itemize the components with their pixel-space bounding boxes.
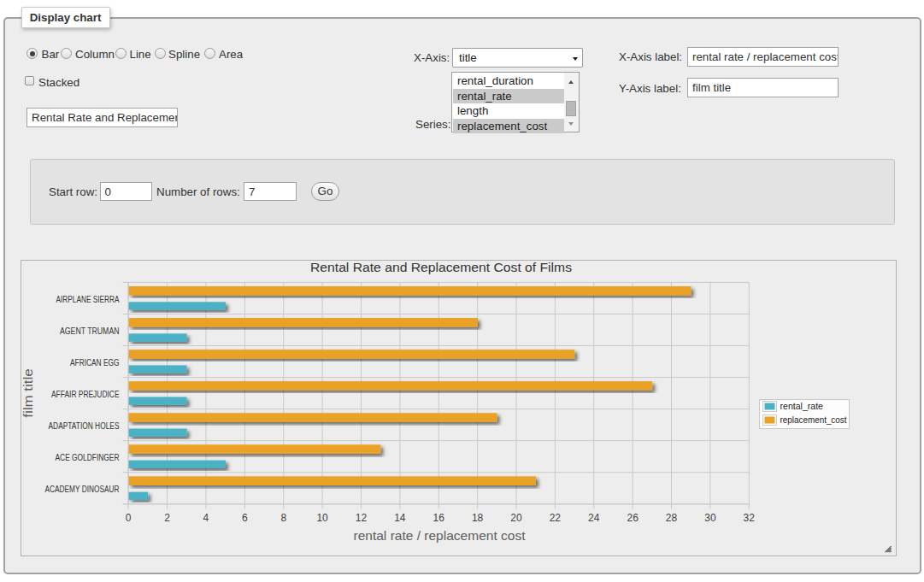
svg-text:12: 12 bbox=[356, 512, 368, 524]
svg-text:AIRPLANE SIERRA: AIRPLANE SIERRA bbox=[56, 295, 120, 304]
svg-text:0: 0 bbox=[126, 512, 132, 524]
svg-text:ACADEMY DINOSAUR: ACADEMY DINOSAUR bbox=[45, 485, 120, 494]
svg-text:26: 26 bbox=[627, 512, 639, 524]
svg-text:32: 32 bbox=[744, 512, 756, 524]
svg-text:rental_rate: rental_rate bbox=[780, 401, 824, 411]
svg-text:18: 18 bbox=[472, 512, 484, 524]
svg-text:20: 20 bbox=[510, 512, 522, 524]
svg-text:14: 14 bbox=[394, 512, 406, 524]
svg-text:16: 16 bbox=[433, 512, 445, 524]
svg-text:30: 30 bbox=[704, 512, 716, 524]
svg-text:10: 10 bbox=[316, 512, 328, 524]
svg-text:AFFAIR PREJUDICE: AFFAIR PREJUDICE bbox=[51, 390, 120, 399]
svg-text:AFRICAN EGG: AFRICAN EGG bbox=[70, 358, 120, 367]
svg-text:Rental Rate and Replacement Co: Rental Rate and Replacement Cost of Film… bbox=[310, 260, 572, 274]
svg-text:ACE GOLDFINGER: ACE GOLDFINGER bbox=[56, 453, 120, 462]
svg-text:4: 4 bbox=[203, 512, 209, 524]
svg-text:rental rate / replacement cost: rental rate / replacement cost bbox=[354, 528, 527, 543]
svg-text:6: 6 bbox=[242, 512, 248, 524]
svg-text:film title: film title bbox=[21, 368, 35, 418]
svg-text:8: 8 bbox=[280, 512, 286, 524]
svg-text:2: 2 bbox=[164, 512, 170, 524]
svg-text:24: 24 bbox=[588, 512, 600, 524]
svg-text:ADAPTATION HOLES: ADAPTATION HOLES bbox=[49, 421, 120, 431]
svg-text:replacement_cost: replacement_cost bbox=[780, 414, 847, 425]
svg-text:28: 28 bbox=[666, 512, 678, 524]
svg-text:AGENT TRUMAN: AGENT TRUMAN bbox=[60, 326, 120, 336]
svg-text:22: 22 bbox=[550, 512, 562, 524]
